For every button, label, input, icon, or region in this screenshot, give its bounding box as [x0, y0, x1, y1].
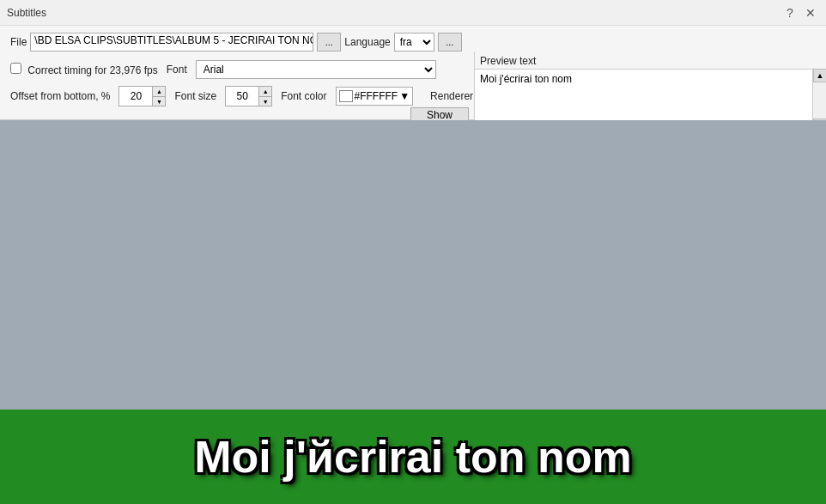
offset-up[interactable]: ▲: [153, 87, 165, 96]
subtitle-bar: Moi j'йcrirai ton nom: [0, 410, 826, 504]
renderer-label: Renderer: [430, 90, 473, 102]
font-size-spinner: ▲ ▼: [225, 86, 272, 106]
timing-checkbox[interactable]: [10, 63, 21, 74]
font-size-down[interactable]: ▼: [259, 96, 271, 106]
language-label: Language: [344, 36, 390, 48]
subtitle-text: Moi j'йcrirai ton nom: [194, 431, 631, 483]
language-select[interactable]: fra eng: [394, 33, 434, 52]
file-browse-button[interactable]: ...: [317, 33, 341, 52]
offset-down[interactable]: ▼: [153, 96, 165, 106]
window-title: Subtitles: [7, 7, 781, 19]
scroll-up-arrow[interactable]: ▲: [813, 69, 826, 82]
language-browse-button[interactable]: ...: [438, 33, 462, 52]
timing-checkbox-label: Correct timing for 23,976 fps: [10, 63, 158, 76]
toolbar: File \BD ELSA CLIPS\SUBTITLES\ALBUM 5 - …: [0, 26, 826, 120]
font-select[interactable]: Arial Times New Roman Verdana: [196, 60, 436, 79]
font-size-input[interactable]: [226, 87, 258, 106]
font-color-button[interactable]: #FFFFFF ▼: [336, 87, 414, 106]
offset-input[interactable]: [119, 87, 152, 106]
main-canvas: Moi j'йcrirai ton nom: [0, 120, 826, 504]
font-size-up[interactable]: ▲: [259, 87, 271, 96]
font-color-hex: #FFFFFF: [355, 90, 398, 102]
titlebar: Subtitles ? ✕: [0, 0, 826, 26]
offset-spinner: ▲ ▼: [118, 86, 166, 106]
help-button[interactable]: ?: [781, 4, 799, 21]
file-label: File: [10, 36, 27, 48]
font-size-label: Font size: [174, 90, 216, 102]
video-area: [0, 120, 826, 410]
font-color-swatch: [339, 90, 353, 102]
offset-label: Offset from bottom, %: [10, 90, 110, 102]
preview-label: Preview text: [475, 52, 826, 69]
font-color-arrow: ▼: [399, 90, 410, 102]
font-label: Font: [167, 64, 187, 76]
titlebar-controls: ? ✕: [781, 4, 819, 21]
font-color-label: Font color: [281, 90, 326, 102]
close-button[interactable]: ✕: [802, 4, 819, 21]
file-path-display: \BD ELSA CLIPS\SUBTITLES\ALBUM 5 - JECRI…: [30, 33, 313, 52]
